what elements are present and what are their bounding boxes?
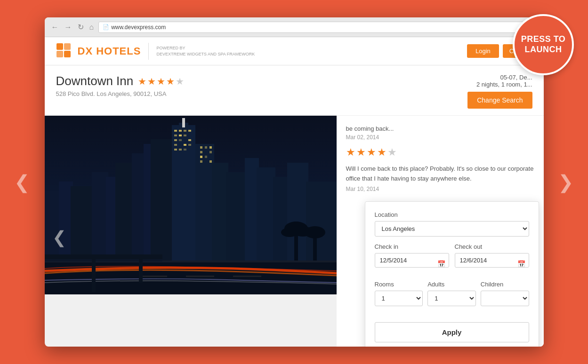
svg-rect-2 (56, 51, 63, 57)
press-to-launch-badge[interactable]: PRESS TO LAUNCH (513, 14, 574, 75)
check-out-input-wrap: 📅 (455, 253, 529, 274)
rev-star-3: ★ (367, 146, 376, 158)
svg-rect-42 (209, 160, 212, 163)
star-1: ★ (138, 76, 146, 87)
children-select[interactable]: 1 2 (481, 291, 529, 306)
svg-rect-31 (179, 149, 182, 150)
hotel-dates-text: 05-07, De... (467, 74, 532, 81)
review-stars-row: ★ ★ ★ ★ ★ (346, 146, 534, 158)
star-3: ★ (157, 76, 165, 87)
svg-rect-21 (174, 135, 177, 136)
rev-star-2: ★ (356, 146, 366, 158)
svg-rect-39 (200, 156, 202, 158)
change-search-button[interactable]: Change Search (467, 92, 532, 109)
svg-rect-62 (45, 259, 162, 261)
svg-rect-18 (179, 130, 182, 132)
check-in-label: Check in (375, 243, 449, 250)
right-side-arrow[interactable]: ❯ (558, 171, 574, 193)
review-date1: Mar 02, 2014 (346, 134, 534, 141)
star-2: ★ (147, 76, 156, 87)
forward-button[interactable]: → (64, 23, 73, 32)
adults-select[interactable]: 1 2 3 (427, 291, 476, 306)
hotel-image (45, 116, 337, 294)
svg-rect-59 (186, 276, 214, 277)
svg-rect-58 (139, 276, 167, 277)
svg-rect-17 (174, 130, 177, 132)
check-in-input-wrap: 📅 (375, 253, 449, 274)
svg-rect-19 (184, 130, 186, 132)
lock-icon: 📄 (103, 24, 109, 30)
svg-rect-25 (179, 139, 182, 141)
guest-row: Rooms 1 2 3 Adults 1 2 3 Chi (375, 281, 529, 313)
press-to-launch-text: PRESS TO LAUNCH (515, 34, 572, 55)
hotel-summary: 2 nights, 1 room, 1... (467, 81, 532, 88)
hotel-left: Downtown Inn ★ ★ ★ ★ ★ 528 Pico Blvd. Lo… (56, 74, 185, 97)
hotel-stars: ★ ★ ★ ★ ★ (138, 76, 184, 87)
logo-icon (56, 43, 73, 60)
svg-rect-41 (200, 160, 202, 163)
svg-rect-63 (92, 254, 96, 292)
svg-rect-24 (174, 139, 177, 141)
powered-by: POWERED BY DEVEXTREME WIDGETS AND SPA FR… (156, 45, 255, 57)
svg-rect-1 (64, 43, 71, 50)
url-bar[interactable]: 📄 www.devexpress.com (98, 22, 538, 33)
svg-rect-20 (188, 130, 191, 132)
browser-window: ← → ↻ ⌂ 📄 www.devexpress.com DX HOTELS P… (45, 17, 544, 347)
content-left-arrow[interactable]: ❮ (52, 228, 66, 247)
svg-point-55 (305, 226, 325, 238)
location-select[interactable]: Los Angeles New York Chicago (375, 221, 529, 237)
rev-star-5: ★ (387, 146, 397, 158)
hotel-dates: 05-07, De... 2 nights, 1 room, 1... (467, 74, 532, 88)
logo-area: DX HOTELS (56, 43, 141, 60)
rooms-label: Rooms (375, 281, 423, 288)
svg-rect-64 (139, 254, 143, 283)
browser-chrome: ← → ↻ ⌂ 📄 www.devexpress.com (45, 17, 544, 37)
refresh-button[interactable]: ↻ (77, 23, 85, 32)
svg-rect-32 (184, 149, 186, 150)
content-area: ❮ ❯ (45, 116, 544, 347)
check-in-input[interactable] (375, 253, 449, 268)
url-text: www.devexpress.com (111, 24, 166, 31)
rooms-col: Rooms 1 2 3 (375, 281, 423, 313)
login-button[interactable]: Login (467, 44, 499, 58)
svg-rect-29 (188, 144, 191, 146)
hotel-name-row: Downtown Inn ★ ★ ★ ★ ★ (56, 74, 185, 88)
adults-label: Adults (427, 281, 476, 288)
logo-divider (148, 43, 149, 60)
svg-rect-37 (200, 151, 202, 153)
rev-star-1: ★ (346, 146, 355, 158)
check-out-input[interactable] (455, 253, 529, 268)
svg-rect-60 (233, 276, 261, 277)
check-out-label: Check out (455, 243, 529, 250)
svg-rect-38 (209, 151, 212, 153)
svg-rect-35 (205, 146, 207, 149)
svg-rect-30 (174, 149, 177, 150)
check-in-col: Check in 📅 (375, 243, 449, 274)
rooms-select[interactable]: 1 2 3 (375, 291, 423, 306)
powered-by-line2: DEVEXTREME WIDGETS AND SPA FRAMEWORK (156, 51, 255, 57)
logo-text: DX HOTELS (78, 45, 141, 57)
svg-rect-36 (209, 146, 212, 149)
review-snippet: be coming back... (346, 125, 534, 132)
svg-rect-16 (182, 118, 185, 127)
hotel-meta: 05-07, De... 2 nights, 1 room, 1... Chan… (467, 74, 532, 109)
site-header: DX HOTELS POWERED BY DEVEXTREME WIDGETS … (45, 37, 544, 65)
home-button[interactable]: ⌂ (89, 23, 95, 32)
svg-rect-28 (184, 144, 186, 146)
svg-rect-3 (64, 51, 71, 57)
hotel-info-section: Downtown Inn ★ ★ ★ ★ ★ 528 Pico Blvd. Lo… (45, 65, 544, 116)
search-panel: Location Los Angeles New York Chicago Ch… (365, 201, 539, 347)
star-5: ★ (176, 76, 184, 87)
svg-rect-22 (179, 135, 182, 136)
svg-rect-40 (205, 156, 207, 158)
apply-button[interactable]: Apply (375, 322, 529, 342)
svg-rect-27 (174, 144, 177, 146)
svg-rect-23 (184, 135, 186, 136)
review-body: Will I come back to this place? Probably… (346, 164, 534, 184)
back-button[interactable]: ← (50, 23, 60, 32)
adults-col: Adults 1 2 3 (427, 281, 476, 313)
children-label: Children (481, 281, 529, 288)
left-side-arrow[interactable]: ❮ (14, 171, 30, 193)
star-4: ★ (166, 76, 175, 87)
powered-by-line1: POWERED BY (156, 45, 255, 51)
